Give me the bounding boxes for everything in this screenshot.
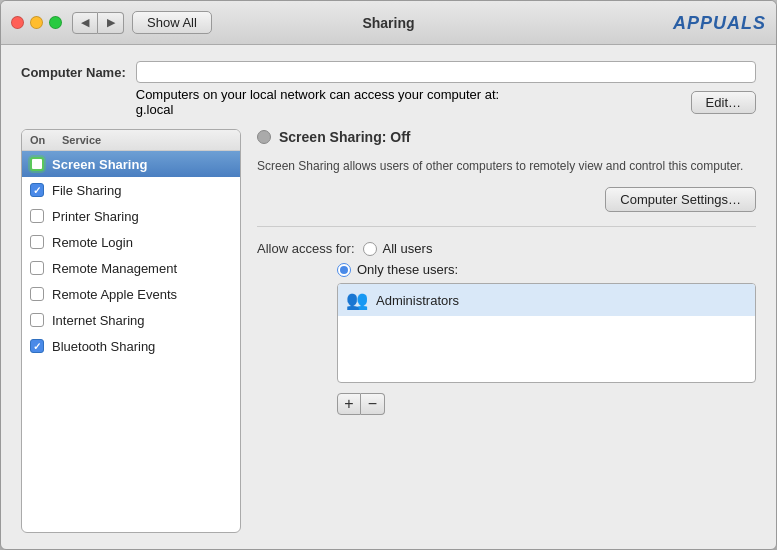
- service-list: Screen SharingFile SharingPrinter Sharin…: [22, 151, 240, 532]
- service-checkbox-file-sharing[interactable]: [30, 183, 44, 197]
- service-name-file-sharing: File Sharing: [52, 183, 121, 198]
- show-all-button[interactable]: Show All: [132, 11, 212, 34]
- service-item-file-sharing[interactable]: File Sharing: [22, 177, 240, 203]
- service-list-container: On Service Screen SharingFile SharingPri…: [21, 129, 241, 533]
- computer-settings-button[interactable]: Computer Settings…: [605, 187, 756, 212]
- users-list-item[interactable]: 👥Administrators: [338, 284, 755, 316]
- service-item-bluetooth-sharing[interactable]: Bluetooth Sharing: [22, 333, 240, 359]
- window-title: Sharing: [362, 15, 414, 31]
- only-these-radio[interactable]: [337, 263, 351, 277]
- only-these-radio-row: Only these users:: [337, 262, 756, 277]
- logo-text: APPUALS: [673, 13, 766, 34]
- sharing-status: Screen Sharing: Off: [257, 129, 756, 145]
- service-name-remote-login: Remote Login: [52, 235, 133, 250]
- computer-name-input[interactable]: [136, 61, 756, 83]
- computer-name-row: Computer Name: Computers on your local n…: [21, 61, 756, 117]
- sharing-description: Screen Sharing allows users of other com…: [257, 157, 756, 175]
- service-item-remote-management[interactable]: Remote Management: [22, 255, 240, 281]
- service-name-internet-sharing: Internet Sharing: [52, 313, 145, 328]
- service-checkbox-remote-apple-events[interactable]: [30, 287, 44, 301]
- computer-name-addr: Computers on your local network can acce…: [136, 87, 756, 117]
- nav-arrows: ◀ ▶: [72, 12, 124, 34]
- allow-access-label: Allow access for:: [257, 241, 355, 256]
- remove-user-button[interactable]: −: [361, 393, 385, 415]
- allow-access-row: Allow access for: All users: [257, 241, 756, 256]
- titlebar: ◀ ▶ Show All Sharing APPUALS: [1, 1, 776, 45]
- content-area: Computer Name: Computers on your local n…: [1, 45, 776, 549]
- service-checkbox-internet-sharing[interactable]: [30, 313, 44, 327]
- main-section: On Service Screen SharingFile SharingPri…: [21, 129, 756, 533]
- service-name-remote-apple-events: Remote Apple Events: [52, 287, 177, 302]
- service-checkbox-remote-login[interactable]: [30, 235, 44, 249]
- service-item-screen-sharing[interactable]: Screen Sharing: [22, 151, 240, 177]
- back-button[interactable]: ◀: [72, 12, 98, 34]
- service-name-screen-sharing: Screen Sharing: [52, 157, 147, 172]
- service-checkbox-screen-sharing[interactable]: [30, 157, 44, 171]
- col-service-label: Service: [62, 134, 232, 146]
- all-users-radio[interactable]: [363, 242, 377, 256]
- users-item-label: Administrators: [376, 293, 459, 308]
- service-name-printer-sharing: Printer Sharing: [52, 209, 139, 224]
- computer-name-desc: Computers on your local network can acce…: [136, 87, 499, 117]
- edit-button[interactable]: Edit…: [691, 91, 756, 114]
- computer-name-right: Computers on your local network can acce…: [136, 61, 756, 117]
- service-checkbox-bluetooth-sharing[interactable]: [30, 339, 44, 353]
- col-on-label: On: [30, 134, 62, 146]
- all-users-radio-row: All users: [363, 241, 433, 256]
- users-list-controls: + −: [337, 393, 756, 415]
- service-checkbox-remote-management[interactable]: [30, 261, 44, 275]
- appuals-logo: APPUALS: [696, 5, 766, 41]
- status-title: Screen Sharing: Off: [279, 129, 410, 145]
- computer-name-label: Computer Name:: [21, 61, 126, 80]
- forward-button[interactable]: ▶: [98, 12, 124, 34]
- service-item-remote-login[interactable]: Remote Login: [22, 229, 240, 255]
- traffic-lights: [11, 16, 62, 29]
- status-dot: [257, 130, 271, 144]
- users-list: 👥Administrators: [337, 283, 756, 383]
- allow-access-section: Allow access for: All users Only these u…: [257, 241, 756, 415]
- close-button[interactable]: [11, 16, 24, 29]
- right-panel: Screen Sharing: Off Screen Sharing allow…: [257, 129, 756, 533]
- radio-group: Only these users:: [337, 262, 756, 277]
- maximize-button[interactable]: [49, 16, 62, 29]
- divider: [257, 226, 756, 227]
- main-window: ◀ ▶ Show All Sharing APPUALS: [0, 0, 777, 550]
- service-name-bluetooth-sharing: Bluetooth Sharing: [52, 339, 155, 354]
- minimize-button[interactable]: [30, 16, 43, 29]
- service-checkbox-printer-sharing[interactable]: [30, 209, 44, 223]
- add-user-button[interactable]: +: [337, 393, 361, 415]
- service-item-printer-sharing[interactable]: Printer Sharing: [22, 203, 240, 229]
- users-group-icon: 👥: [346, 289, 368, 311]
- service-list-header: On Service: [22, 130, 240, 151]
- service-item-remote-apple-events[interactable]: Remote Apple Events: [22, 281, 240, 307]
- service-name-remote-management: Remote Management: [52, 261, 177, 276]
- only-these-label: Only these users:: [357, 262, 458, 277]
- all-users-label: All users: [383, 241, 433, 256]
- service-item-internet-sharing[interactable]: Internet Sharing: [22, 307, 240, 333]
